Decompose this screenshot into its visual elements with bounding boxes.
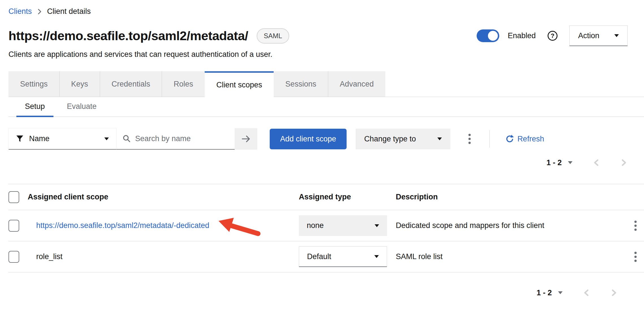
add-client-scope-button[interactable]: Add client scope xyxy=(270,129,347,149)
search-input[interactable] xyxy=(135,134,228,143)
kebab-icon xyxy=(468,133,471,145)
page-subtitle: Clients are applications and services th… xyxy=(8,50,644,59)
breadcrumb-clients-link[interactable]: Clients xyxy=(8,7,32,16)
tab-sessions[interactable]: Sessions xyxy=(274,71,328,97)
pagination-bottom: 1 - 2 xyxy=(8,287,644,298)
chevron-left-icon xyxy=(592,158,600,167)
column-header-assigned-client-scope: Assigned client scope xyxy=(28,184,299,210)
pagination-prev-button[interactable] xyxy=(581,287,591,298)
chevron-down-icon xyxy=(437,137,442,140)
pagination-range: 1 - 2 xyxy=(537,289,552,297)
kebab-icon xyxy=(634,220,637,231)
chevron-down-icon xyxy=(614,34,619,37)
tab-credentials[interactable]: Credentials xyxy=(100,71,162,97)
column-header-description: Description xyxy=(396,184,616,210)
chevron-down-icon xyxy=(375,224,379,227)
subtab-evaluate[interactable]: Evaluate xyxy=(59,97,105,117)
select-all-checkbox[interactable] xyxy=(8,191,19,203)
search-icon xyxy=(123,135,131,143)
toolbar: Name Add client scope Change type to xyxy=(8,128,644,150)
chevron-right-icon xyxy=(610,288,618,297)
pagination-next-button[interactable] xyxy=(619,157,629,168)
enabled-toggle[interactable] xyxy=(477,29,499,42)
scope-name: role_list xyxy=(36,252,62,261)
refresh-link[interactable]: Refresh xyxy=(505,135,544,143)
row-kebab-button[interactable] xyxy=(630,218,641,234)
change-type-label: Change type to xyxy=(364,135,416,143)
row-kebab-button[interactable] xyxy=(630,249,641,265)
sub-tabs: Setup Evaluate xyxy=(8,97,644,117)
tab-keys[interactable]: Keys xyxy=(59,71,100,97)
assigned-type-select[interactable]: none xyxy=(299,215,387,236)
scope-description: SAML role list xyxy=(396,241,616,272)
pagination-menu-caret-icon[interactable] xyxy=(568,161,572,164)
row-checkbox[interactable] xyxy=(8,220,19,232)
tab-advanced[interactable]: Advanced xyxy=(328,71,385,97)
action-dropdown-label: Action xyxy=(578,31,599,40)
refresh-label: Refresh xyxy=(517,135,544,143)
pagination-next-button[interactable] xyxy=(609,287,619,298)
pagination-top: 1 - 2 xyxy=(8,157,644,168)
chevron-left-icon xyxy=(582,288,590,297)
chevron-down-icon xyxy=(104,137,109,140)
arrow-right-icon xyxy=(241,135,251,143)
dedicated-scope-link[interactable]: https://demo.seafile.top/saml2/metadata/… xyxy=(36,221,209,230)
action-dropdown[interactable]: Action xyxy=(569,25,628,46)
breadcrumb-chevron-icon xyxy=(38,8,42,15)
tab-settings[interactable]: Settings xyxy=(8,71,59,97)
page-title: https://demo.seafile.top/saml2/metadata/ xyxy=(8,29,248,43)
filter-icon xyxy=(16,135,23,143)
table-row: https://demo.seafile.top/saml2/metadata/… xyxy=(8,210,644,241)
help-icon[interactable]: ? xyxy=(548,31,557,41)
search-box xyxy=(116,128,235,150)
breadcrumb: Clients Client details xyxy=(8,7,644,16)
client-details-page: Clients Client details https://demo.seaf… xyxy=(0,0,644,310)
pagination-range: 1 - 2 xyxy=(546,158,562,167)
table-header-row: Assigned client scope Assigned type Desc… xyxy=(8,184,644,210)
protocol-badge: SAML xyxy=(257,28,289,44)
filter-type-select[interactable]: Name xyxy=(8,128,116,150)
page-header: https://demo.seafile.top/saml2/metadata/… xyxy=(8,25,644,46)
column-header-assigned-type: Assigned type xyxy=(299,184,396,210)
enabled-label: Enabled xyxy=(508,31,536,40)
change-type-dropdown[interactable]: Change type to xyxy=(356,129,450,149)
assigned-type-select[interactable]: Default xyxy=(299,246,387,267)
refresh-icon xyxy=(505,135,514,143)
assigned-type-value: none xyxy=(307,221,324,230)
table-row: role_list Default SAML role list xyxy=(8,241,644,272)
row-checkbox[interactable] xyxy=(8,251,19,263)
client-scopes-table: Assigned client scope Assigned type Desc… xyxy=(8,184,644,272)
pagination-menu-caret-icon[interactable] xyxy=(558,291,563,294)
toggle-knob xyxy=(488,31,498,41)
tab-roles[interactable]: Roles xyxy=(162,71,205,97)
filter-type-label: Name xyxy=(29,134,49,143)
assigned-type-value: Default xyxy=(307,252,331,261)
subtab-setup[interactable]: Setup xyxy=(16,97,53,117)
toolbar-kebab-button[interactable] xyxy=(464,131,475,147)
annotation-arrow-icon xyxy=(216,217,264,241)
chevron-right-icon xyxy=(620,158,628,167)
tab-client-scopes[interactable]: Client scopes xyxy=(205,71,274,97)
toolbar-divider xyxy=(489,130,490,148)
pagination-prev-button[interactable] xyxy=(591,157,601,168)
chevron-down-icon xyxy=(374,255,379,258)
kebab-icon xyxy=(634,251,637,262)
scope-description: Dedicated scope and mappers for this cli… xyxy=(396,210,616,241)
main-tabs: Settings Keys Credentials Roles Client s… xyxy=(8,71,644,97)
search-submit-button[interactable] xyxy=(235,128,257,150)
breadcrumb-current: Client details xyxy=(47,7,91,16)
